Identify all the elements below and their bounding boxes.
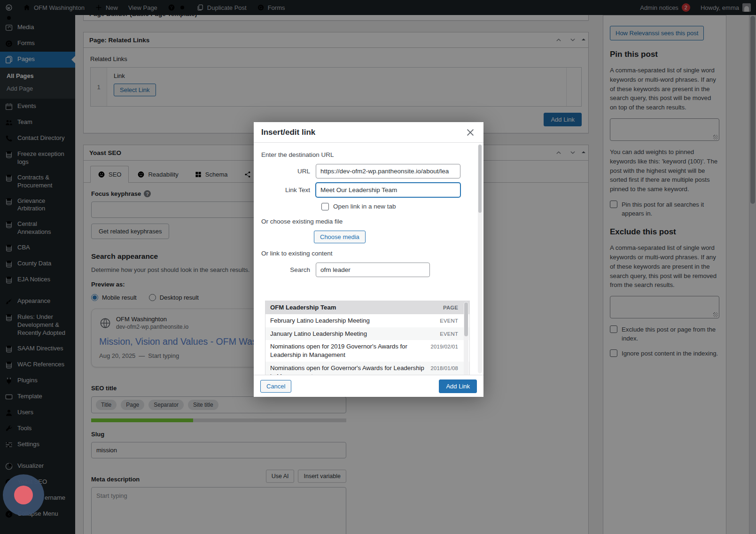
result-item[interactable]: February Latino Leadership MeetingEVENT (265, 314, 469, 327)
search-results-list: OFM Leadership TeamPAGE February Latino … (265, 301, 470, 375)
result-item[interactable]: January Latino Leadership MeetingEVENT (265, 327, 469, 341)
open-new-tab-checkbox[interactable]: Open link in a new tab (321, 202, 470, 210)
scrollbar-thumb[interactable] (478, 145, 482, 213)
search-label: Search (261, 266, 316, 273)
modal-scrollbar[interactable] (478, 144, 482, 373)
url-label: URL (261, 168, 316, 175)
insert-edit-link-modal: Insert/edit link Enter the destination U… (254, 122, 483, 397)
checkbox-icon (321, 203, 329, 210)
result-item[interactable]: Nominations open for 2019 Governor's Awa… (265, 340, 469, 362)
modal-title: Insert/edit link (261, 128, 465, 137)
url-input[interactable] (316, 164, 460, 178)
scrollbar-thumb[interactable] (464, 302, 468, 336)
close-icon[interactable] (465, 127, 476, 138)
search-input[interactable] (316, 263, 430, 277)
result-item[interactable]: OFM Leadership TeamPAGE (265, 301, 469, 314)
results-scrollbar[interactable] (464, 302, 468, 375)
link-text-input[interactable] (316, 183, 460, 197)
link-text-label: Link Text (261, 186, 316, 193)
cancel-button[interactable]: Cancel (260, 380, 291, 393)
record-dot-icon (14, 486, 33, 504)
destination-url-label: Enter the destination URL (261, 151, 470, 158)
record-widget-button[interactable] (3, 474, 44, 516)
choose-media-button[interactable]: Choose media (314, 231, 366, 243)
add-link-button[interactable]: Add Link (439, 379, 477, 393)
media-section-label: Or choose existing media file (261, 218, 470, 225)
existing-content-label: Or link to existing content (261, 250, 470, 257)
result-item[interactable]: Nominations open for Governor's Awards f… (265, 362, 469, 375)
